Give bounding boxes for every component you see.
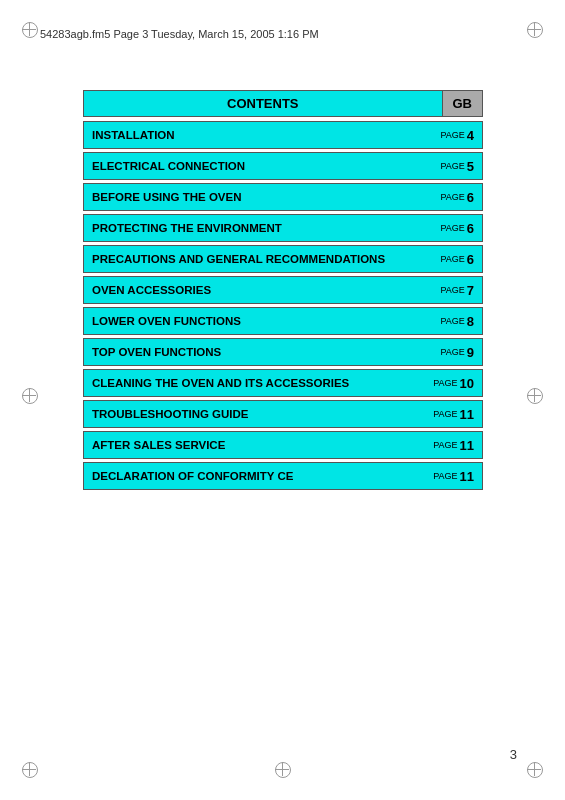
- toc-row: BEFORE USING THE OVENPAGE6: [83, 183, 483, 211]
- page-word: PAGE: [433, 471, 457, 481]
- page-num: 11: [460, 469, 474, 484]
- toc-row-title: LOWER OVEN FUNCTIONS: [84, 309, 432, 334]
- toc-row-page: PAGE8: [432, 309, 482, 334]
- header-text: 54283agb.fm5 Page 3 Tuesday, March 15, 2…: [40, 28, 319, 40]
- page-num: 6: [467, 190, 474, 205]
- corner-mark-bot-left: [22, 762, 38, 778]
- page-word: PAGE: [440, 130, 464, 140]
- toc-row-page: PAGE6: [432, 185, 482, 210]
- toc-row: ELECTRICAL CONNECTIONPAGE5: [83, 152, 483, 180]
- toc-row-title: ELECTRICAL CONNECTION: [84, 154, 432, 179]
- toc-row-title: OVEN ACCESSORIES: [84, 278, 432, 303]
- contents-header-row: CONTENTS GB: [83, 90, 483, 117]
- toc-row-title: INSTALLATION: [84, 123, 432, 148]
- toc-row-page: PAGE7: [432, 278, 482, 303]
- page-word: PAGE: [440, 347, 464, 357]
- page-word: PAGE: [433, 378, 457, 388]
- page-num: 8: [467, 314, 474, 329]
- corner-mark-mid-right: [527, 388, 543, 404]
- toc-row-title: AFTER SALES SERVICE: [84, 433, 425, 458]
- page-num: 6: [467, 252, 474, 267]
- corner-mark-bot-right: [527, 762, 543, 778]
- corner-mark-bot-center: [275, 762, 291, 778]
- toc-row-title: TOP OVEN FUNCTIONS: [84, 340, 432, 365]
- toc-row: TROUBLESHOOTING GUIDEPAGE11: [83, 400, 483, 428]
- page-num: 10: [460, 376, 474, 391]
- toc-row-page: PAGE11: [425, 433, 482, 458]
- toc-rows-container: INSTALLATIONPAGE4ELECTRICAL CONNECTIONPA…: [83, 121, 483, 490]
- toc-row-title: PROTECTING THE ENVIRONMENT: [84, 216, 432, 241]
- toc-row-page: PAGE5: [432, 154, 482, 179]
- gb-label: GB: [443, 90, 484, 117]
- corner-mark-top-left: [22, 22, 38, 38]
- toc-row-page: PAGE11: [425, 464, 482, 489]
- toc-row-page: PAGE6: [432, 216, 482, 241]
- toc-row-title: PRECAUTIONS AND GENERAL RECOMMENDATIONS: [84, 247, 432, 272]
- corner-mark-top-right: [527, 22, 543, 38]
- toc-row: CLEANING THE OVEN AND ITS ACCESSORIESPAG…: [83, 369, 483, 397]
- contents-title: CONTENTS: [83, 90, 443, 117]
- page-num: 11: [460, 438, 474, 453]
- toc-row: OVEN ACCESSORIESPAGE7: [83, 276, 483, 304]
- toc-row-page: PAGE11: [425, 402, 482, 427]
- page-word: PAGE: [440, 254, 464, 264]
- toc-row: DECLARATION OF CONFORMITY CEPAGE11: [83, 462, 483, 490]
- page-number: 3: [510, 747, 517, 762]
- page-num: 5: [467, 159, 474, 174]
- toc-row: LOWER OVEN FUNCTIONSPAGE8: [83, 307, 483, 335]
- toc-row-page: PAGE6: [432, 247, 482, 272]
- toc-row-page: PAGE9: [432, 340, 482, 365]
- toc-row: INSTALLATIONPAGE4: [83, 121, 483, 149]
- page-word: PAGE: [440, 285, 464, 295]
- contents-table: CONTENTS GB INSTALLATIONPAGE4ELECTRICAL …: [83, 90, 483, 493]
- toc-row-title: DECLARATION OF CONFORMITY CE: [84, 464, 425, 489]
- page-num: 7: [467, 283, 474, 298]
- toc-row-title: CLEANING THE OVEN AND ITS ACCESSORIES: [84, 371, 425, 396]
- toc-row: PROTECTING THE ENVIRONMENTPAGE6: [83, 214, 483, 242]
- toc-row-page: PAGE4: [432, 123, 482, 148]
- toc-row-title: BEFORE USING THE OVEN: [84, 185, 432, 210]
- page-num: 9: [467, 345, 474, 360]
- page-num: 11: [460, 407, 474, 422]
- page-header: 54283agb.fm5 Page 3 Tuesday, March 15, 2…: [40, 28, 525, 40]
- page-word: PAGE: [440, 192, 464, 202]
- page-num: 6: [467, 221, 474, 236]
- page-word: PAGE: [433, 440, 457, 450]
- toc-row: TOP OVEN FUNCTIONSPAGE9: [83, 338, 483, 366]
- page-num: 4: [467, 128, 474, 143]
- page-word: PAGE: [440, 161, 464, 171]
- toc-row-page: PAGE10: [425, 371, 482, 396]
- page-word: PAGE: [433, 409, 457, 419]
- toc-row-title: TROUBLESHOOTING GUIDE: [84, 402, 425, 427]
- page-word: PAGE: [440, 223, 464, 233]
- toc-row: PRECAUTIONS AND GENERAL RECOMMENDATIONSP…: [83, 245, 483, 273]
- page-word: PAGE: [440, 316, 464, 326]
- toc-row: AFTER SALES SERVICEPAGE11: [83, 431, 483, 459]
- corner-mark-mid-left: [22, 388, 38, 404]
